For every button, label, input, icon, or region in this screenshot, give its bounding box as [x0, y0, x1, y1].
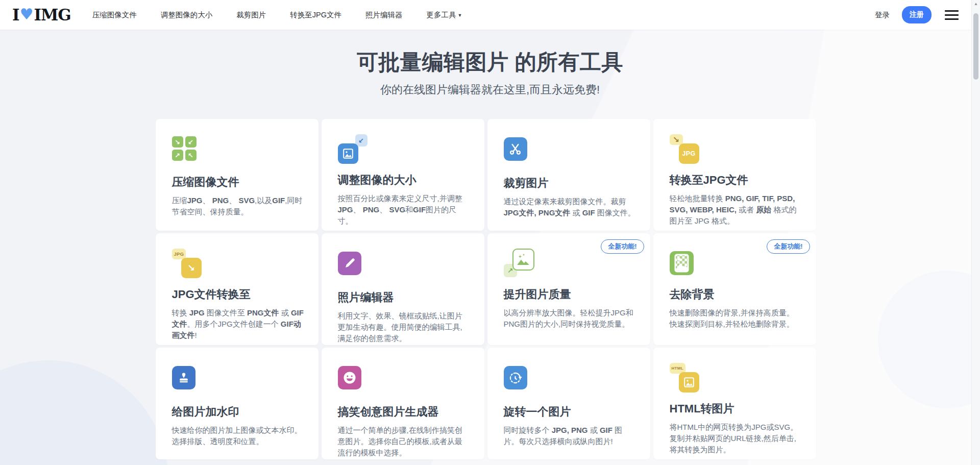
tool-card-compress[interactable]: ↘↙↗↖ 压缩图像文件 压缩JPG、 PNG、 SVG,以及GIF,同时节省空间… [156, 119, 318, 231]
rotate-image-icon [504, 366, 636, 396]
card-title: 裁剪图片 [504, 176, 636, 191]
card-description: 按照百分比或像素来定义尺寸,并调整JPG、 PNG、 SVG和GIF图片的尺寸。 [338, 193, 470, 227]
tool-card-rotate[interactable]: 旋转一个图片 同时旋转多个 JPG, PNG 或 GIF 图片。每次只选择横向或… [487, 348, 650, 459]
nav-item-photo-editor[interactable]: 照片编辑器 [365, 10, 403, 20]
card-title: 转换至JPG文件 [670, 173, 802, 188]
card-title: 搞笑创意图片生成器 [338, 404, 470, 420]
tool-card-resize[interactable]: ↙ 调整图像的大小 按照百分比或像素来定义尺寸,并调整JPG、 PNG、 SVG… [322, 119, 484, 231]
nav-item-to-jpg[interactable]: 转换至JPG文件 [290, 10, 341, 20]
tool-card-photo-editor[interactable]: 照片编辑器 利用文字、效果、镜框或贴纸,让图片更加生动有趣。使用简便的编辑工具,… [322, 233, 484, 345]
tool-card-html-to-image[interactable]: HTML HTML转图片 将HTML中的网页转换为JPG或SVG。复制并粘贴网页… [653, 348, 816, 459]
card-title: 去除背景 [670, 287, 802, 302]
card-title: 旋转一个图片 [504, 404, 636, 420]
card-description: 通过设定像素来裁剪图像文件。裁剪 JPG文件, PNG文件 或 GIF 图像文件… [504, 196, 636, 218]
card-title: 调整图像的大小 [338, 173, 470, 188]
tool-card-to-jpg[interactable]: ↘JPG 转换至JPG文件 轻松地批量转换 PNG, GIF, TIF, PSD… [653, 119, 816, 231]
card-title: 照片编辑器 [338, 290, 470, 305]
remove-background-icon [670, 249, 802, 278]
nav-item-resize[interactable]: 调整图像的大小 [161, 10, 213, 20]
scroll-thumb[interactable] [973, 13, 978, 80]
logo-text-right: IMG [34, 6, 70, 24]
tool-card-meme[interactable]: 搞笑创意图片生成器 通过一个简单的步骤,在线制作搞笑创意图片。选择你自己的模板,… [322, 348, 484, 459]
heart-icon: ♥ [20, 5, 34, 23]
card-title: 提升图片质量 [504, 287, 636, 302]
meme-smiley-icon [338, 366, 470, 396]
card-title: HTML转图片 [670, 401, 802, 417]
menu-button[interactable] [944, 8, 960, 22]
hero: 可批量编辑图片 的所有工具 你的在线图片编辑器就在这里,而且永远免费! [0, 30, 980, 97]
card-description: 同时旋转多个 JPG, PNG 或 GIF 图片。每次只选择横向或纵向图片! [504, 425, 636, 447]
login-link[interactable]: 登录 [875, 10, 890, 20]
page-title: 可批量编辑图片 的所有工具 [0, 48, 980, 77]
card-title: 给图片加水印 [172, 404, 304, 420]
html-to-image-icon: HTML [670, 363, 802, 393]
card-description: 将HTML中的网页转换为JPG或SVG。复制并粘贴网页的URL链接,然后单击,将… [670, 422, 802, 456]
logo[interactable]: I ♥ IMG [12, 5, 71, 25]
card-title: 压缩图像文件 [172, 175, 304, 190]
tool-card-crop[interactable]: 裁剪图片 通过设定像素来裁剪图像文件。裁剪 JPG文件, PNG文件 或 GIF… [487, 119, 650, 231]
card-description: 轻松地批量转换 PNG, GIF, TIF, PSD, SVG, WEBP, H… [670, 193, 802, 227]
crop-scissors-icon [504, 137, 636, 167]
compress-arrows-icon: ↘↙↗↖ [172, 136, 304, 166]
card-title: JPG文件转换至 [172, 287, 304, 302]
card-description: 压缩JPG、 PNG、 SVG,以及GIF,同时节省空间、保持质量。 [172, 195, 304, 217]
convert-to-jpg-icon: ↘JPG [670, 134, 802, 164]
tool-card-watermark[interactable]: 给图片加水印 快速给你的图片加上图像或文本水印。选择排版、透明度和位置。 [156, 348, 318, 459]
card-description: 通过一个简单的步骤,在线制作搞笑创意图片。选择你自己的模板,或者从最流行的模板中… [338, 425, 470, 459]
nav-item-more-tools[interactable]: 更多工具▼ [426, 10, 462, 20]
page-subtitle: 你的在线图片编辑器就在这里,而且永远免费! [0, 82, 980, 97]
main-nav: 压缩图像文件 调整图像的大小 裁剪图片 转换至JPG文件 照片编辑器 更多工具▼ [92, 10, 462, 20]
tool-card-remove-background[interactable]: 全新功能! 去除背景 快速删除图像的背景,并保持高质量。快速探测到目标,并轻松地… [653, 233, 816, 345]
card-description: 转换 JPG 图像文件至 PNG文件 或 GIF文件。用多个JPG文件创建一个 … [172, 307, 304, 341]
card-description: 利用文字、效果、镜框或贴纸,让图片更加生动有趣。使用简便的编辑工具,满足你的创意… [338, 310, 470, 345]
navbar: I ♥ IMG 压缩图像文件 调整图像的大小 裁剪图片 转换至JPG文件 照片编… [0, 0, 980, 30]
card-description: 以高分辨率放大图像。轻松提升JPG和PNG图片的大小,同时保持视觉质量。 [504, 307, 636, 330]
navbar-right: 登录 注册 [875, 6, 960, 23]
scrollbar-track[interactable]: ▲ [971, 0, 980, 465]
nav-item-crop[interactable]: 裁剪图片 [236, 10, 266, 20]
card-description: 快速给你的图片加上图像或文本水印。选择排版、透明度和位置。 [172, 425, 304, 447]
logo-text-left: I [12, 6, 19, 24]
nav-item-compress[interactable]: 压缩图像文件 [92, 10, 137, 20]
register-button[interactable]: 注册 [902, 6, 932, 23]
more-tools-label: 更多工具 [426, 11, 456, 19]
card-description: 快速删除图像的背景,并保持高质量。快速探测到目标,并轻松地删除背景。 [670, 307, 802, 330]
tools-grid: ↘↙↗↖ 压缩图像文件 压缩JPG、 PNG、 SVG,以及GIF,同时节省空间… [156, 119, 816, 459]
scroll-up-icon[interactable]: ▲ [972, 2, 980, 6]
convert-from-jpg-icon: JPG↘ [172, 249, 304, 278]
photo-editor-pencil-icon [338, 252, 470, 281]
hamburger-icon [945, 10, 959, 12]
watermark-stamp-icon [172, 366, 304, 396]
upscale-image-icon: ↗ [504, 249, 636, 278]
tool-card-from-jpg[interactable]: JPG↘ JPG文件转换至 转换 JPG 图像文件至 PNG文件 或 GIF文件… [156, 233, 318, 345]
tool-card-upscale[interactable]: 全新功能! ↗ 提升图片质量 以高分辨率放大图像。轻松提升JPG和PNG图片的大… [487, 233, 650, 345]
chevron-down-icon: ▼ [457, 13, 462, 18]
resize-image-icon: ↙ [338, 134, 470, 164]
